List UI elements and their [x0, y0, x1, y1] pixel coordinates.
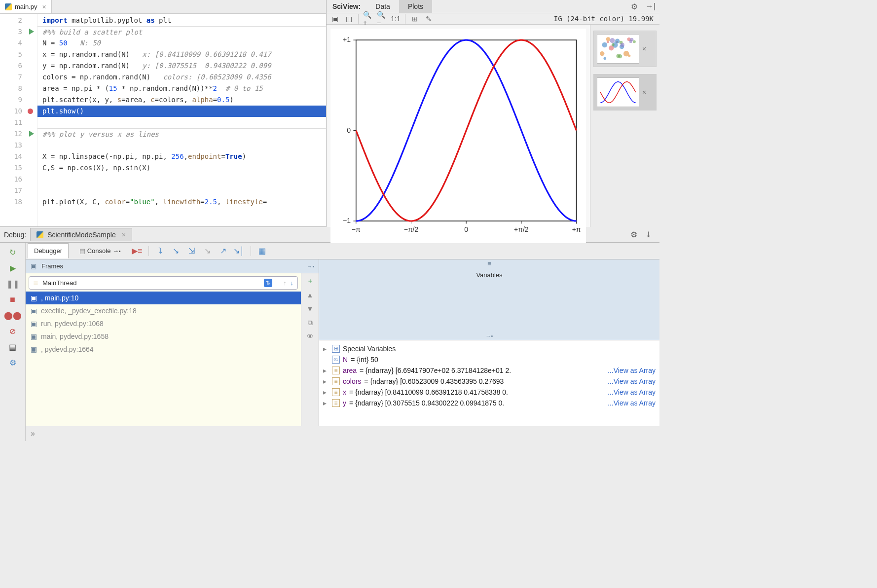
gutter-line-15[interactable]: 15	[0, 162, 37, 174]
view-as-array-link[interactable]: ...View as Array	[608, 399, 656, 407]
plot-thumbnail-0[interactable]: ×	[593, 31, 657, 67]
gutter-line-18[interactable]: 18	[0, 196, 37, 208]
code-line-3[interactable]: #%% build a scatter plot	[37, 26, 326, 37]
zoom-in-icon[interactable]: 🔍+	[363, 13, 373, 24]
gutter-line-4[interactable]: 4	[0, 37, 37, 49]
bounding-box-icon[interactable]: ◫	[343, 13, 354, 24]
code-line-12[interactable]: #%% plot y versus x as lines	[37, 128, 326, 140]
gear-icon[interactable]: ⚙	[627, 2, 642, 11]
special-variables-row[interactable]: ▸ Special Variables	[321, 343, 658, 354]
variable-row-x[interactable]: ▸x = {ndarray} [0.84110099 0.66391218 0.…	[321, 387, 658, 398]
frame-prev-icon[interactable]: ↑	[283, 279, 287, 287]
sciview-tab-plots[interactable]: Plots	[399, 0, 432, 13]
hide-panel-icon[interactable]: →|	[642, 2, 659, 11]
code-line-17[interactable]	[37, 185, 326, 196]
run-cell-icon[interactable]	[29, 29, 34, 35]
run-cell-icon[interactable]	[29, 131, 34, 137]
view-as-array-link[interactable]: ...View as Array	[608, 388, 656, 396]
close-debug-tab-icon[interactable]: ×	[122, 231, 126, 239]
gutter-line-11[interactable]: 11	[0, 117, 37, 128]
grid-icon[interactable]: ⊞	[409, 13, 420, 24]
thumbnail-close-icon[interactable]: ×	[642, 88, 646, 96]
frames-collapse-icon[interactable]: →•	[307, 262, 315, 270]
add-frame-icon[interactable]: ＋	[305, 276, 315, 286]
scroll-down-icon[interactable]: ▼	[305, 304, 315, 314]
step-over-icon[interactable]: ⤵	[155, 246, 166, 257]
rerun-icon[interactable]: ↻	[7, 247, 18, 257]
view-as-array-link[interactable]: ...View as Array	[608, 367, 656, 374]
gutter-line-7[interactable]: 7	[0, 72, 37, 83]
gutter-line-5[interactable]: 5	[0, 49, 37, 60]
more-tools-icon[interactable]: »	[26, 426, 659, 441]
thread-dropdown-icon[interactable]: ⇅	[264, 279, 272, 287]
debugger-tab[interactable]: Debugger	[28, 243, 69, 258]
code-line-4[interactable]: N = 50 N: 50	[37, 37, 326, 49]
debug-gear-icon[interactable]: ⚙	[626, 230, 641, 239]
stack-frame-1[interactable]: ▣execfile, _pydev_execfile.py:18	[26, 304, 301, 317]
breakpoint-icon[interactable]	[28, 109, 33, 114]
force-step-into-icon[interactable]: ↘	[202, 246, 213, 257]
evaluate-expression-icon[interactable]: ▦	[257, 246, 268, 257]
resume-icon[interactable]: ▶	[7, 262, 18, 273]
code-line-8[interactable]: area = np.pi * (15 * np.random.rand(N))*…	[37, 83, 326, 94]
code-line-14[interactable]: X = np.linspace(-np.pi, np.pi, 256,endpo…	[37, 151, 326, 162]
gutter-line-10[interactable]: 10	[0, 106, 37, 117]
gutter-line-16[interactable]: 16	[0, 174, 37, 185]
gutter-line-12[interactable]: 12	[0, 128, 37, 140]
code-line-5[interactable]: x = np.random.rand(N) x: [0.84110099 0.6…	[37, 49, 326, 60]
code-line-10[interactable]: plt.show()	[37, 106, 326, 117]
thread-selector[interactable]: ≣ MainThread ⇅ ↑ ↓	[29, 276, 298, 290]
code-line-7[interactable]: colors = np.random.rand(N) colors: [0.60…	[37, 72, 326, 83]
show-execution-point-icon[interactable]: ▶≡	[132, 246, 143, 257]
editor-tab-main[interactable]: main.py ×	[0, 0, 52, 13]
stack-frame-4[interactable]: ▣, pydevd.py:1664	[26, 343, 301, 356]
thumbnail-close-icon[interactable]: ×	[642, 45, 646, 53]
view-as-array-link[interactable]: ...View as Array	[608, 377, 656, 385]
debug-hide-icon[interactable]: ⤓	[641, 230, 656, 239]
gutter-line-13[interactable]: 13	[0, 140, 37, 151]
zoom-out-icon[interactable]: 🔍−	[376, 13, 387, 24]
plot-area[interactable]: −10+1−π−π/20+π/2+π	[327, 25, 590, 247]
gutter-line-14[interactable]: 14	[0, 151, 37, 162]
variable-row-colors[interactable]: ▸colors = {ndarray} [0.60523009 0.435633…	[321, 376, 658, 387]
code-line-9[interactable]: plt.scatter(x, y, s=area, c=colors, alph…	[37, 94, 326, 106]
step-out-icon[interactable]: ↗	[218, 246, 229, 257]
stack-frame-3[interactable]: ▣main, pydevd.py:1658	[26, 330, 301, 343]
gutter-line-2[interactable]: 2	[0, 15, 37, 26]
plot-thumbnail-1[interactable]: ×	[593, 74, 657, 110]
layout-icon[interactable]: ▤	[7, 341, 18, 352]
color-picker-icon[interactable]: ✎	[423, 13, 434, 24]
copy-frame-icon[interactable]: ⧉	[305, 318, 315, 328]
vars-collapse-icon[interactable]: →•	[485, 332, 493, 340]
code-editor[interactable]: 23456789101112131415161718 import matplo…	[0, 14, 326, 226]
view-breakpoints-icon[interactable]: ⬤⬤	[7, 310, 18, 321]
zoom-actual-icon[interactable]: 1:1	[390, 13, 401, 24]
settings-icon[interactable]: ⚙	[7, 357, 18, 368]
pause-icon[interactable]: ❚❚	[7, 278, 18, 289]
gutter-line-8[interactable]: 8	[0, 83, 37, 94]
run-to-cursor-icon[interactable]: ↘│	[234, 246, 245, 257]
scroll-up-icon[interactable]: ▲	[305, 290, 315, 300]
gutter-line-17[interactable]: 17	[0, 185, 37, 196]
stack-frame-0[interactable]: ▣, main.py:10	[26, 292, 301, 304]
mute-breakpoints-icon[interactable]: ⊘	[7, 326, 18, 336]
code-line-15[interactable]: C,S = np.cos(X), np.sin(X)	[37, 162, 326, 174]
watch-icon[interactable]: 👁	[305, 331, 315, 341]
variable-row-y[interactable]: ▸y = {ndarray} [0.3075515 0.94300222 0.0…	[321, 398, 658, 408]
debug-run-config-tab[interactable]: ScientificModeSample ×	[30, 228, 132, 241]
code-line-13[interactable]	[37, 140, 326, 151]
step-into-my-icon[interactable]: ⇲	[186, 246, 197, 257]
gutter-line-6[interactable]: 6	[0, 60, 37, 72]
console-tab[interactable]: ▤ Console →•	[73, 244, 126, 258]
stop-icon[interactable]: ■	[7, 294, 18, 305]
code-line-16[interactable]	[37, 174, 326, 185]
code-line-6[interactable]: y = np.random.rand(N) y: [0.3075515 0.94…	[37, 60, 326, 72]
gutter-line-9[interactable]: 9	[0, 94, 37, 106]
variable-row-area[interactable]: ▸area = {ndarray} [6.69417907e+02 6.3718…	[321, 365, 658, 376]
code-line-2[interactable]: import matplotlib.pyplot as plt	[37, 15, 326, 26]
stack-frame-2[interactable]: ▣run, pydevd.py:1068	[26, 317, 301, 330]
gutter-line-3[interactable]: 3	[0, 26, 37, 37]
frame-next-icon[interactable]: ↓	[291, 279, 294, 287]
variable-row-N[interactable]: N = {int} 50	[321, 354, 658, 365]
close-tab-icon[interactable]: ×	[42, 3, 46, 11]
